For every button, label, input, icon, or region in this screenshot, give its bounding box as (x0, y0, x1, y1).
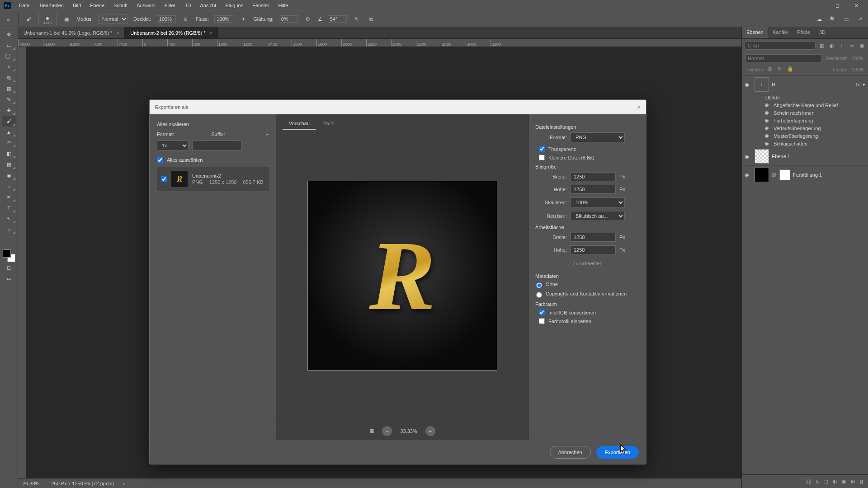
visibility-icon[interactable]: ◉ (745, 172, 752, 178)
effect-item[interactable]: Farbüberlagerung (774, 118, 813, 123)
visibility-icon[interactable]: ◉ (745, 82, 752, 88)
tab-paths[interactable]: Pfade (793, 27, 815, 38)
opacity-input[interactable]: 100% (157, 15, 176, 23)
scale-percent-select[interactable]: 100% (571, 197, 625, 207)
menu-3d[interactable]: 3D (180, 1, 195, 10)
asset-item[interactable]: R Unbenannt-2 PNG 1250 x 1250 850,7 KB (157, 167, 269, 191)
filter-image-icon[interactable]: ▦ (818, 42, 826, 49)
smaller-file-checkbox[interactable] (539, 155, 545, 160)
window-minimize-icon[interactable]: — (810, 1, 826, 10)
format-select[interactable]: PNG (571, 132, 625, 142)
close-icon[interactable]: × (637, 103, 641, 111)
zoom-level[interactable]: 26,88% (23, 481, 39, 486)
frame-tool[interactable]: ▦ (2, 83, 16, 94)
close-icon[interactable]: × (209, 30, 212, 36)
brush-tool-icon[interactable]: 🖌 (24, 14, 33, 23)
airbrush-icon[interactable]: ✈ (239, 14, 248, 23)
cloud-docs-icon[interactable]: ☁ (815, 14, 824, 23)
asset-checkbox[interactable] (161, 176, 167, 182)
menu-type[interactable]: Schrift (109, 1, 132, 10)
screen-mode-icon[interactable]: ▭ (2, 273, 16, 284)
visibility-icon[interactable]: ◉ (764, 102, 771, 108)
preview-tab-1x[interactable]: Vorschau (283, 118, 316, 130)
layer-row[interactable]: ◉ ⛓ Farbfüllung 1 (742, 166, 868, 184)
layer-row[interactable]: ◉ Ebene 1 (742, 147, 868, 166)
more-tools[interactable]: ⋯ (2, 235, 16, 246)
frame-icon[interactable]: ▭ (842, 14, 851, 23)
export-button[interactable]: Exportieren (596, 446, 639, 459)
menu-help[interactable]: Hilfe (274, 1, 292, 10)
dodge-tool[interactable]: ☼ (2, 181, 16, 192)
angle-input[interactable]: 54° (328, 15, 347, 23)
symmetry-icon[interactable]: ⧉ (367, 14, 376, 23)
adjustment-icon[interactable]: ◐ (833, 479, 837, 484)
brush-panel-icon[interactable]: ▦ (62, 14, 71, 23)
cancel-button[interactable]: Abbrechen (550, 446, 591, 459)
chevron-down-icon[interactable]: ▾ (863, 82, 865, 88)
color-swatch[interactable] (3, 249, 15, 262)
width-input[interactable] (571, 172, 616, 181)
select-all-checkbox[interactable] (157, 157, 163, 163)
link-layers-icon[interactable]: ⛓ (806, 479, 811, 484)
effect-item[interactable]: Verlaufsüberlagerung (774, 126, 821, 131)
metadata-copyright-radio[interactable] (536, 292, 542, 298)
effect-item[interactable]: Schlagschatten (774, 141, 807, 146)
mask-icon[interactable]: ◻ (824, 479, 828, 484)
lock-position-icon[interactable]: ✥ (777, 66, 784, 73)
smoothing-options-icon[interactable]: ⚙ (303, 14, 312, 23)
eraser-tool[interactable]: ◧ (2, 148, 16, 159)
resample-select[interactable]: Bikubisch au... (571, 211, 625, 221)
layer-name[interactable]: Ebene 1 (772, 154, 865, 159)
shape-tool[interactable]: ○ (2, 224, 16, 235)
filter-shape-icon[interactable]: ▱ (848, 42, 855, 49)
close-icon[interactable]: × (116, 30, 119, 36)
layer-blend-select[interactable]: Normal (745, 54, 822, 62)
document-tab[interactable]: Unbenannt-2 bei 26,9% (RGB/8) *× (125, 27, 218, 38)
healing-tool[interactable]: ✚ (2, 105, 16, 116)
crop-tool[interactable]: ⧉ (2, 72, 16, 83)
window-maximize-icon[interactable]: ◻ (829, 1, 845, 10)
effect-item[interactable]: Abgeflachte Kante und Relief (774, 103, 838, 108)
zoom-in-icon[interactable]: + (425, 426, 435, 436)
flow-input[interactable]: 100% (214, 15, 233, 23)
menu-filter[interactable]: Filter (160, 1, 180, 10)
filter-adjust-icon[interactable]: ◐ (828, 42, 835, 49)
lasso-tool[interactable]: ⃝ (2, 51, 16, 61)
suffix-input[interactable] (192, 141, 242, 150)
tab-channels[interactable]: Kanäle (768, 27, 793, 38)
blur-tool[interactable]: ◉ (2, 170, 16, 181)
menu-view[interactable]: Ansicht (195, 1, 221, 10)
home-icon[interactable]: ⌂ (4, 14, 13, 23)
visibility-icon[interactable]: ◉ (764, 117, 771, 123)
menu-edit[interactable]: Bearbeiten (35, 1, 68, 10)
visibility-icon[interactable]: ◉ (764, 125, 771, 131)
search-icon[interactable]: 🔍 (828, 14, 837, 23)
fx-badge[interactable]: fx (856, 82, 860, 87)
metadata-none-radio[interactable] (536, 282, 542, 288)
pressure-size-icon[interactable]: ✎ (352, 14, 361, 23)
visibility-icon[interactable]: ◉ (764, 110, 771, 116)
status-chevron-icon[interactable]: › (123, 481, 125, 486)
reset-button[interactable]: Zurücksetzen (535, 258, 640, 269)
filter-type-icon[interactable]: T (838, 42, 845, 49)
new-layer-icon[interactable]: ⊞ (851, 479, 855, 484)
layer-filter-input[interactable] (745, 42, 816, 50)
zoom-out-icon[interactable]: − (382, 426, 392, 436)
layer-opacity-value[interactable]: 100% (852, 56, 864, 61)
blend-mode-select[interactable]: Normal (98, 14, 128, 24)
height-input[interactable] (571, 185, 616, 194)
quick-mask-icon[interactable]: ◻ (2, 262, 16, 273)
stamp-tool[interactable]: ▲ (2, 127, 16, 137)
menu-select[interactable]: Auswahl (132, 1, 160, 10)
menu-image[interactable]: Bild (68, 1, 85, 10)
lock-pixels-icon[interactable]: ▦ (767, 66, 774, 73)
lock-all-icon[interactable]: 🔒 (787, 66, 794, 73)
layer-name[interactable]: Farbfüllung 1 (793, 172, 865, 178)
type-tool[interactable]: T (2, 202, 16, 213)
scale-select[interactable]: 1x (157, 141, 189, 150)
path-select-tool[interactable]: ↖ (2, 213, 16, 224)
smoothing-input[interactable]: 0% (279, 15, 298, 23)
layer-name[interactable]: R (772, 82, 853, 87)
group-icon[interactable]: ▣ (842, 479, 846, 484)
marquee-tool[interactable]: ▭ (2, 40, 16, 51)
